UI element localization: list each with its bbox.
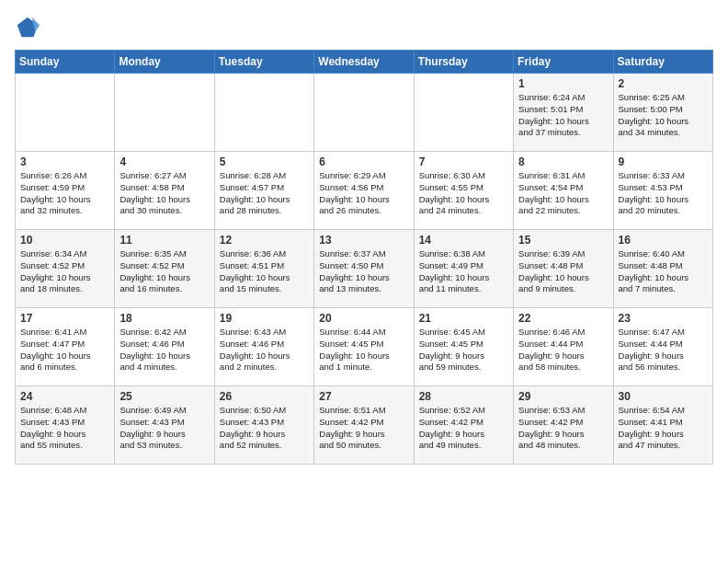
calendar-cell: 26Sunrise: 6:50 AM Sunset: 4:43 PM Dayli… bbox=[214, 386, 313, 465]
calendar-cell: 1Sunrise: 6:24 AM Sunset: 5:01 PM Daylig… bbox=[514, 74, 613, 152]
calendar-cell: 10Sunrise: 6:34 AM Sunset: 4:52 PM Dayli… bbox=[16, 230, 115, 308]
calendar-cell: 25Sunrise: 6:49 AM Sunset: 4:43 PM Dayli… bbox=[115, 386, 214, 465]
calendar-cell bbox=[214, 74, 313, 152]
calendar-cell: 17Sunrise: 6:41 AM Sunset: 4:47 PM Dayli… bbox=[16, 308, 115, 386]
day-info: Sunrise: 6:53 AM Sunset: 4:42 PM Dayligh… bbox=[518, 405, 608, 452]
logo-icon bbox=[15, 15, 40, 40]
calendar-week-row: 1Sunrise: 6:24 AM Sunset: 5:01 PM Daylig… bbox=[16, 74, 713, 152]
calendar-week-row: 24Sunrise: 6:48 AM Sunset: 4:43 PM Dayli… bbox=[16, 386, 713, 465]
day-info: Sunrise: 6:42 AM Sunset: 4:46 PM Dayligh… bbox=[119, 327, 209, 373]
calendar-cell: 4Sunrise: 6:27 AM Sunset: 4:58 PM Daylig… bbox=[115, 152, 214, 230]
calendar-cell: 30Sunrise: 6:54 AM Sunset: 4:41 PM Dayli… bbox=[613, 386, 712, 465]
calendar-table: SundayMondayTuesdayWednesdayThursdayFrid… bbox=[15, 50, 713, 465]
day-info: Sunrise: 6:40 AM Sunset: 4:48 PM Dayligh… bbox=[619, 248, 708, 295]
day-number: 25 bbox=[119, 390, 209, 403]
calendar-cell: 14Sunrise: 6:38 AM Sunset: 4:49 PM Dayli… bbox=[414, 230, 513, 308]
day-number: 1 bbox=[518, 77, 608, 90]
calendar-cell bbox=[115, 74, 214, 152]
calendar-day-header: Monday bbox=[115, 51, 214, 74]
calendar-week-row: 3Sunrise: 6:26 AM Sunset: 4:59 PM Daylig… bbox=[16, 152, 713, 230]
day-info: Sunrise: 6:25 AM Sunset: 5:00 PM Dayligh… bbox=[619, 92, 708, 139]
day-number: 12 bbox=[220, 234, 309, 247]
page-header bbox=[15, 15, 713, 40]
day-number: 29 bbox=[518, 390, 608, 403]
day-number: 26 bbox=[220, 390, 309, 403]
calendar-day-header: Sunday bbox=[16, 51, 115, 74]
day-info: Sunrise: 6:44 AM Sunset: 4:45 PM Dayligh… bbox=[319, 327, 408, 373]
day-info: Sunrise: 6:24 AM Sunset: 5:01 PM Dayligh… bbox=[518, 92, 608, 139]
day-info: Sunrise: 6:26 AM Sunset: 4:59 PM Dayligh… bbox=[20, 170, 109, 217]
calendar-week-row: 10Sunrise: 6:34 AM Sunset: 4:52 PM Dayli… bbox=[16, 230, 713, 308]
day-info: Sunrise: 6:36 AM Sunset: 4:51 PM Dayligh… bbox=[220, 248, 309, 295]
day-info: Sunrise: 6:28 AM Sunset: 4:57 PM Dayligh… bbox=[220, 170, 309, 217]
calendar-cell: 24Sunrise: 6:48 AM Sunset: 4:43 PM Dayli… bbox=[16, 386, 115, 465]
day-info: Sunrise: 6:45 AM Sunset: 4:45 PM Dayligh… bbox=[419, 327, 508, 373]
day-number: 6 bbox=[319, 155, 408, 168]
calendar-day-header: Friday bbox=[514, 51, 613, 74]
calendar-cell: 19Sunrise: 6:43 AM Sunset: 4:46 PM Dayli… bbox=[214, 308, 313, 386]
calendar-cell: 2Sunrise: 6:25 AM Sunset: 5:00 PM Daylig… bbox=[613, 74, 712, 152]
day-info: Sunrise: 6:43 AM Sunset: 4:46 PM Dayligh… bbox=[220, 327, 309, 373]
day-number: 30 bbox=[619, 390, 708, 403]
calendar-cell: 18Sunrise: 6:42 AM Sunset: 4:46 PM Dayli… bbox=[115, 308, 214, 386]
day-info: Sunrise: 6:41 AM Sunset: 4:47 PM Dayligh… bbox=[20, 327, 109, 373]
calendar-cell bbox=[314, 74, 414, 152]
day-info: Sunrise: 6:49 AM Sunset: 4:43 PM Dayligh… bbox=[119, 405, 209, 452]
calendar-cell: 22Sunrise: 6:46 AM Sunset: 4:44 PM Dayli… bbox=[514, 308, 613, 386]
calendar-header-row: SundayMondayTuesdayWednesdayThursdayFrid… bbox=[16, 51, 713, 74]
day-number: 5 bbox=[220, 155, 309, 168]
calendar-cell bbox=[414, 74, 513, 152]
day-info: Sunrise: 6:30 AM Sunset: 4:55 PM Dayligh… bbox=[419, 170, 508, 217]
day-info: Sunrise: 6:54 AM Sunset: 4:41 PM Dayligh… bbox=[619, 405, 708, 452]
calendar-cell: 27Sunrise: 6:51 AM Sunset: 4:42 PM Dayli… bbox=[314, 386, 414, 465]
calendar-day-header: Thursday bbox=[414, 51, 513, 74]
day-number: 9 bbox=[619, 155, 708, 168]
day-number: 11 bbox=[119, 234, 209, 247]
calendar-day-header: Tuesday bbox=[214, 51, 313, 74]
logo bbox=[15, 15, 44, 40]
day-number: 20 bbox=[319, 312, 408, 325]
calendar-cell: 13Sunrise: 6:37 AM Sunset: 4:50 PM Dayli… bbox=[314, 230, 414, 308]
day-info: Sunrise: 6:38 AM Sunset: 4:49 PM Dayligh… bbox=[419, 248, 508, 295]
day-info: Sunrise: 6:37 AM Sunset: 4:50 PM Dayligh… bbox=[319, 248, 408, 295]
calendar-cell: 5Sunrise: 6:28 AM Sunset: 4:57 PM Daylig… bbox=[214, 152, 313, 230]
day-info: Sunrise: 6:33 AM Sunset: 4:53 PM Dayligh… bbox=[619, 170, 708, 217]
day-number: 7 bbox=[419, 155, 508, 168]
day-number: 3 bbox=[20, 155, 109, 168]
day-info: Sunrise: 6:29 AM Sunset: 4:56 PM Dayligh… bbox=[319, 170, 408, 217]
calendar-cell: 15Sunrise: 6:39 AM Sunset: 4:48 PM Dayli… bbox=[514, 230, 613, 308]
calendar-cell: 20Sunrise: 6:44 AM Sunset: 4:45 PM Dayli… bbox=[314, 308, 414, 386]
day-number: 4 bbox=[119, 155, 209, 168]
calendar-cell: 28Sunrise: 6:52 AM Sunset: 4:42 PM Dayli… bbox=[414, 386, 513, 465]
calendar-cell: 29Sunrise: 6:53 AM Sunset: 4:42 PM Dayli… bbox=[514, 386, 613, 465]
calendar-cell: 16Sunrise: 6:40 AM Sunset: 4:48 PM Dayli… bbox=[613, 230, 712, 308]
calendar-body: 1Sunrise: 6:24 AM Sunset: 5:01 PM Daylig… bbox=[16, 74, 713, 465]
calendar-cell: 12Sunrise: 6:36 AM Sunset: 4:51 PM Dayli… bbox=[214, 230, 313, 308]
day-number: 24 bbox=[20, 390, 109, 403]
day-number: 18 bbox=[119, 312, 209, 325]
day-number: 27 bbox=[319, 390, 408, 403]
calendar-day-header: Saturday bbox=[613, 51, 712, 74]
calendar-cell: 23Sunrise: 6:47 AM Sunset: 4:44 PM Dayli… bbox=[613, 308, 712, 386]
day-number: 17 bbox=[20, 312, 109, 325]
day-number: 19 bbox=[220, 312, 309, 325]
day-info: Sunrise: 6:46 AM Sunset: 4:44 PM Dayligh… bbox=[518, 327, 608, 373]
day-info: Sunrise: 6:48 AM Sunset: 4:43 PM Dayligh… bbox=[20, 405, 109, 452]
day-info: Sunrise: 6:31 AM Sunset: 4:54 PM Dayligh… bbox=[518, 170, 608, 217]
day-info: Sunrise: 6:47 AM Sunset: 4:44 PM Dayligh… bbox=[619, 327, 708, 373]
day-info: Sunrise: 6:50 AM Sunset: 4:43 PM Dayligh… bbox=[220, 405, 309, 452]
day-info: Sunrise: 6:39 AM Sunset: 4:48 PM Dayligh… bbox=[518, 248, 608, 295]
day-number: 15 bbox=[518, 234, 608, 247]
calendar-week-row: 17Sunrise: 6:41 AM Sunset: 4:47 PM Dayli… bbox=[16, 308, 713, 386]
day-number: 10 bbox=[20, 234, 109, 247]
day-info: Sunrise: 6:34 AM Sunset: 4:52 PM Dayligh… bbox=[20, 248, 109, 295]
day-number: 16 bbox=[619, 234, 708, 247]
day-number: 22 bbox=[518, 312, 608, 325]
day-number: 28 bbox=[419, 390, 508, 403]
calendar-cell: 11Sunrise: 6:35 AM Sunset: 4:52 PM Dayli… bbox=[115, 230, 214, 308]
calendar-day-header: Wednesday bbox=[314, 51, 414, 74]
day-number: 21 bbox=[419, 312, 508, 325]
day-info: Sunrise: 6:27 AM Sunset: 4:58 PM Dayligh… bbox=[119, 170, 209, 217]
calendar-cell: 6Sunrise: 6:29 AM Sunset: 4:56 PM Daylig… bbox=[314, 152, 414, 230]
day-info: Sunrise: 6:51 AM Sunset: 4:42 PM Dayligh… bbox=[319, 405, 408, 452]
